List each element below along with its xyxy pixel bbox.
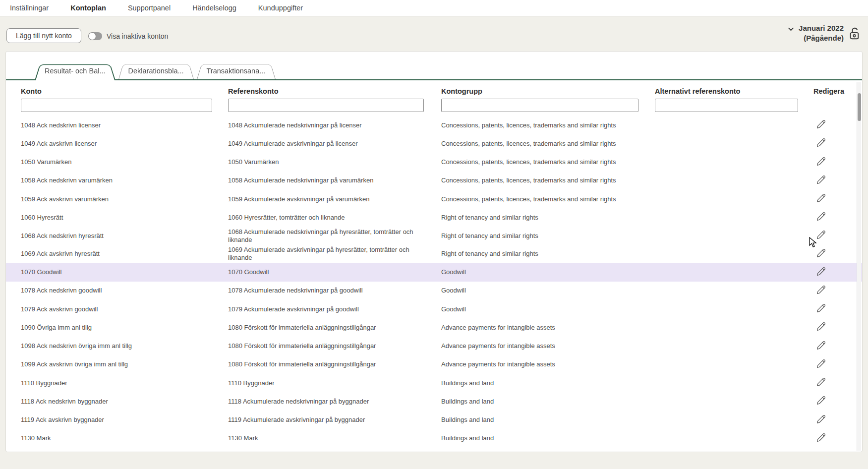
table-row[interactable]: 1069 Ack avskrivn hyresrätt 1069 Ackumul… [6,245,862,263]
edit-pencil-icon[interactable] [816,396,826,405]
edit-pencil-icon[interactable] [816,267,826,276]
cell-konto: 1060 Hyresrätt [21,214,228,222]
filter-kontogrupp-input[interactable] [441,99,638,112]
cell-referenskonto: 1070 Goodwill [228,268,441,276]
cell-referenskonto: 1119 Ackumulerade avskrivningar på byggn… [228,416,441,424]
edit-pencil-icon[interactable] [816,303,826,313]
tabs-row: Resultat- och Bal...Deklarationsbla...Tr… [6,52,862,80]
table-row[interactable]: 1048 Ack nedskrivn licenser 1048 Ackumul… [6,116,862,134]
table-row[interactable]: 1090 Övriga imm anl tillg 1080 Förskott … [6,318,862,337]
table-row[interactable]: 1098 Ack nedskrivn övriga imm anl tillg … [6,337,862,355]
nav-item-kunduppgifter[interactable]: Kunduppgifter [258,4,303,12]
filter-row [6,95,862,116]
cell-konto: 1118 Ack nedskrivn byggnader [21,398,228,406]
filter-referenskonto-input[interactable] [228,99,424,112]
edit-pencil-icon[interactable] [816,451,826,452]
table-row[interactable]: 1079 Ack avskrivn goodwill 1079 Ackumule… [6,300,862,318]
toolbar: Lägg till nytt konto Visa inaktiva konto… [0,16,868,51]
edit-pencil-icon[interactable] [816,230,826,239]
table-row[interactable]: 1078 Ack nedskrivn goodwill 1078 Ackumul… [6,282,862,300]
edit-pencil-icon[interactable] [816,414,826,424]
cell-konto: 1068 Ack nedskrivn hyresrätt [21,232,228,240]
cell-konto: 1049 Ack avskrivn licenser [21,140,228,148]
table-row[interactable]: 1060 Hyresrätt 1060 Hyresrätter, tomträt… [6,208,862,227]
edit-pencil-icon[interactable] [816,359,826,368]
cell-referenskonto: 1050 Varumärken [228,158,441,166]
show-inactive-label: Visa inaktiva konton [107,32,168,40]
edit-pencil-icon[interactable] [816,138,826,147]
nav-item-inställningar[interactable]: Inställningar [10,4,49,12]
cell-kontogrupp: Goodwill [441,287,655,294]
vertical-scrollbar[interactable] [857,82,861,451]
edit-pencil-icon[interactable] [816,377,826,387]
cell-kontogrupp: Concessions, patents, licences, trademar… [441,176,655,184]
tab[interactable]: Transaktionsana... [197,62,276,79]
table-row[interactable]: 1130 Mark 1130 Mark Buildings and land [6,429,862,448]
cell-kontogrupp: Buildings and land [441,379,655,387]
tab[interactable]: Deklarationsbla... [118,62,194,79]
edit-pencil-icon[interactable] [816,248,826,258]
edit-pencil-icon[interactable] [816,175,826,184]
cell-kontogrupp: Right of tenancy and similar rights [441,250,655,258]
cell-referenskonto: 1118 Ackumulerade nedskrivningar på bygg… [228,398,441,406]
tab[interactable]: Resultat- och Bal... [35,62,116,79]
edit-pencil-icon[interactable] [816,322,826,331]
nav-item-kontoplan[interactable]: Kontoplan [70,4,106,12]
column-header-redigera: Redigera [809,87,857,95]
cell-referenskonto: 1060 Hyresrätter, tomträtter och liknand… [228,214,441,222]
cell-konto: 1110 Byggnader [21,379,228,387]
cell-kontogrupp: Concessions, patents, licences, trademar… [441,140,655,148]
table-row[interactable]: 1118 Ack nedskrivn byggnader 1118 Ackumu… [6,392,862,410]
cell-kontogrupp: Concessions, patents, licences, trademar… [441,121,655,129]
column-header-referenskonto: Referenskonto [228,87,441,95]
cell-referenskonto: 1069 Ackumulerade avskrivningar på hyres… [228,246,441,262]
cell-konto: 1119 Ack avskrivn byggnader [21,416,228,424]
cell-konto: 1050 Varumärken [21,158,228,166]
table-row[interactable]: 1099 Ack avskrivn övriga imm anl tillg 1… [6,355,862,374]
edit-pencil-icon[interactable] [816,212,826,221]
cell-referenskonto: 1080 Förskott för immateriella anläggnin… [228,342,441,350]
edit-pencil-icon[interactable] [816,433,826,442]
chevron-down-icon[interactable] [787,25,795,33]
cell-kontogrupp: Concessions, patents, licences, trademar… [441,195,655,203]
period-selector[interactable]: Januari 2022 (Pågående) [787,23,861,44]
cell-referenskonto: 1048 Ackumulerade nedskrivningar på lice… [228,121,441,129]
toggle-knob [89,33,96,40]
cell-konto: 1098 Ack nedskrivn övriga imm anl tillg [21,342,228,350]
edit-pencil-icon[interactable] [816,119,826,129]
table-row[interactable]: 1068 Ack nedskrivn hyresrätt 1068 Ackumu… [6,227,862,245]
cell-konto: 1099 Ack avskrivn övriga imm anl tillg [21,360,228,368]
edit-pencil-icon[interactable] [816,193,826,203]
table-row[interactable]: 1119 Ack avskrivn byggnader 1119 Ackumul… [6,411,862,429]
edit-pencil-icon[interactable] [816,157,826,166]
table-row[interactable]: 1049 Ack avskrivn licenser 1049 Ackumule… [6,134,862,153]
table-row[interactable]: 1050 Varumärken 1050 Varumärken Concessi… [6,153,862,172]
edit-pencil-icon[interactable] [816,341,826,350]
filter-konto-input[interactable] [21,99,212,112]
filter-alt-referenskonto-input[interactable] [655,99,798,112]
table-row[interactable]: 1058 Ack nedskrivn varumärken 1058 Ackum… [6,172,862,190]
cell-referenskonto: 1080 Förskott för immateriella anläggnin… [228,360,441,368]
nav-item-supportpanel[interactable]: Supportpanel [128,4,171,12]
cell-konto: 1078 Ack nedskrivn goodwill [21,287,228,294]
table-row[interactable]: 1059 Ack avskrivn varumärken 1059 Ackumu… [6,190,862,208]
nav-item-händelselogg[interactable]: Händelselogg [192,4,236,12]
scrollbar-thumb[interactable] [858,93,861,121]
show-inactive-toggle[interactable] [88,32,102,40]
tab-label: Deklarationsbla... [128,67,184,75]
cell-referenskonto: 1079 Ackumulerade avskrivningar på goodw… [228,305,441,313]
table-row[interactable]: 1140 Tomter, markomr obebyggda 1140 Tomt… [6,448,862,452]
cell-konto: 1130 Mark [21,434,228,442]
cell-konto: 1070 Goodwill [21,268,228,276]
column-header-kontogrupp: Kontogrupp [441,87,655,95]
cell-kontogrupp: Buildings and land [441,416,655,424]
add-account-button[interactable]: Lägg till nytt konto [6,28,81,43]
table-header: Konto Referenskonto Kontogrupp Alternati… [6,80,862,95]
table-row[interactable]: 1070 Goodwill 1070 Goodwill Goodwill [6,263,862,282]
unlock-icon[interactable] [848,26,861,41]
table-row[interactable]: 1110 Byggnader 1110 Byggnader Buildings … [6,374,862,392]
cell-kontogrupp: Concessions, patents, licences, trademar… [441,158,655,166]
cell-kontogrupp: Advance payments for intangible assets [441,342,655,350]
edit-pencil-icon[interactable] [816,285,826,294]
column-header-konto: Konto [21,87,228,95]
